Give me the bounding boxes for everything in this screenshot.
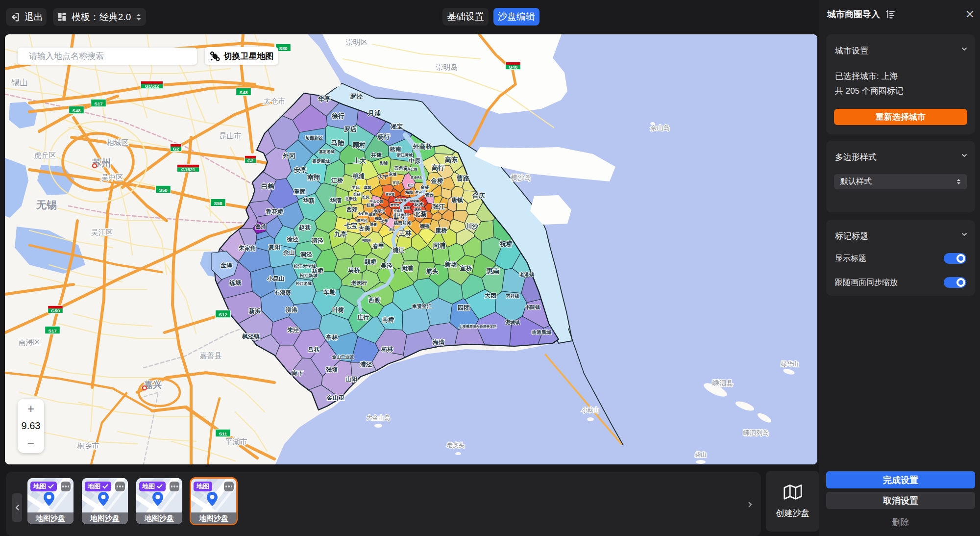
svg-text:S58: S58 bbox=[214, 201, 222, 206]
svg-text:泖港: 泖港 bbox=[285, 306, 298, 313]
svg-text:江桥: 江桥 bbox=[331, 177, 343, 184]
svg-text:曹路: 曹路 bbox=[456, 175, 470, 182]
svg-text:赵巷: 赵巷 bbox=[298, 224, 311, 231]
svg-text:中原: 中原 bbox=[409, 157, 420, 164]
svg-text:万祥镇: 万祥镇 bbox=[506, 294, 519, 299]
svg-text:田林: 田林 bbox=[369, 212, 376, 217]
svg-text:新江湾城: 新江湾城 bbox=[396, 153, 413, 157]
svg-text:新浜: 新浜 bbox=[248, 307, 261, 314]
svg-text:虹桥: 虹桥 bbox=[366, 203, 375, 207]
svg-text:塘桥: 塘桥 bbox=[414, 208, 421, 212]
svg-text:书院镇: 书院镇 bbox=[525, 305, 540, 310]
svg-text:上大: 上大 bbox=[353, 157, 367, 164]
svg-text:黄浦码头: 黄浦码头 bbox=[411, 176, 422, 179]
svg-text:航头: 航头 bbox=[426, 268, 438, 275]
svg-text:小昆山: 小昆山 bbox=[267, 275, 285, 282]
svg-text:G1521: G1521 bbox=[181, 167, 196, 172]
svg-text:廊下: 廊下 bbox=[291, 370, 303, 377]
svg-text:浦江: 浦江 bbox=[392, 247, 404, 254]
svg-text:朱泾: 朱泾 bbox=[287, 327, 299, 333]
svg-text:桐乡市: 桐乡市 bbox=[77, 441, 99, 450]
svg-text:盈浦: 盈浦 bbox=[255, 224, 266, 230]
svg-text:S58: S58 bbox=[159, 187, 168, 193]
svg-text:小戢山: 小戢山 bbox=[582, 407, 599, 413]
svg-text:金山卫: 金山卫 bbox=[326, 394, 344, 401]
svg-text:亭林: 亭林 bbox=[325, 334, 338, 341]
svg-text:丰庄: 丰庄 bbox=[351, 185, 360, 190]
svg-text:南翔: 南翔 bbox=[307, 174, 320, 181]
svg-text:桃浦: 桃浦 bbox=[352, 173, 365, 179]
svg-text:松江老城: 松江老城 bbox=[295, 281, 312, 286]
svg-text:梅陇: 梅陇 bbox=[374, 217, 382, 221]
svg-text:相城区: 相城区 bbox=[107, 138, 129, 147]
svg-text:老闵行: 老闵行 bbox=[351, 280, 368, 286]
svg-text:曹家渡: 曹家渡 bbox=[385, 192, 395, 196]
svg-text:崇明岛: 崇明岛 bbox=[436, 63, 458, 71]
svg-text:合庆: 合庆 bbox=[472, 192, 485, 199]
svg-text:临港新城: 临港新城 bbox=[532, 330, 552, 335]
svg-text:宣桥: 宣桥 bbox=[460, 265, 472, 272]
svg-text:叶榭: 叶榭 bbox=[332, 306, 344, 313]
svg-text:嘉定老城: 嘉定老城 bbox=[319, 149, 335, 154]
svg-text:华漕: 华漕 bbox=[329, 197, 342, 204]
svg-text:虹口: 虹口 bbox=[407, 183, 414, 187]
svg-text:梅陇南: 梅陇南 bbox=[362, 238, 371, 242]
svg-text:洋泾: 洋泾 bbox=[414, 190, 423, 195]
svg-text:外冈: 外冈 bbox=[282, 152, 295, 159]
svg-text:三林: 三林 bbox=[399, 230, 412, 237]
svg-text:川沙: 川沙 bbox=[465, 223, 479, 230]
svg-text:张江: 张江 bbox=[432, 203, 445, 210]
svg-text:大金山岛: 大金山岛 bbox=[367, 414, 390, 421]
svg-text:共康: 共康 bbox=[370, 152, 382, 158]
svg-text:金桥: 金桥 bbox=[430, 177, 444, 184]
svg-text:横沙岛: 横沙岛 bbox=[511, 174, 531, 181]
svg-text:康健: 康健 bbox=[369, 222, 377, 227]
svg-text:罗店: 罗店 bbox=[344, 126, 357, 133]
svg-text:顾村: 顾村 bbox=[352, 141, 366, 149]
svg-text:柴山: 柴山 bbox=[695, 451, 707, 458]
svg-text:大宁: 大宁 bbox=[378, 174, 388, 179]
svg-text:G1522: G1522 bbox=[145, 83, 159, 89]
svg-text:康桥: 康桥 bbox=[435, 227, 447, 234]
svg-text:华新: 华新 bbox=[302, 197, 315, 204]
svg-text:S12: S12 bbox=[219, 312, 227, 317]
svg-text:张堰: 张堰 bbox=[325, 366, 338, 373]
svg-text:吴中区: 吴中区 bbox=[101, 173, 123, 181]
svg-text:S48: S48 bbox=[240, 90, 248, 95]
svg-text:嵊泗列岛: 嵊泗列岛 bbox=[743, 429, 769, 436]
svg-text:佘山: 佘山 bbox=[283, 249, 295, 256]
svg-text:锡山: 锡山 bbox=[11, 78, 28, 87]
svg-text:马桥: 马桥 bbox=[348, 267, 360, 274]
svg-text:夏阳: 夏阳 bbox=[268, 244, 280, 251]
svg-text:吴泾: 吴泾 bbox=[380, 262, 392, 269]
svg-text:祝桥: 祝桥 bbox=[499, 240, 513, 248]
svg-text:高行: 高行 bbox=[432, 164, 444, 171]
svg-text:南浔区: 南浔区 bbox=[19, 338, 41, 346]
svg-text:月浦: 月浦 bbox=[368, 109, 381, 117]
svg-text:彭浦: 彭浦 bbox=[379, 161, 388, 165]
svg-text:淞宝: 淞宝 bbox=[391, 123, 403, 130]
svg-text:松江大学城: 松江大学城 bbox=[294, 264, 316, 269]
svg-text:长征: 长征 bbox=[353, 192, 361, 197]
svg-text:徐泾: 徐泾 bbox=[286, 236, 298, 243]
svg-text:大团: 大团 bbox=[485, 292, 496, 299]
svg-text:唐镇: 唐镇 bbox=[451, 197, 463, 204]
svg-text:香花桥: 香花桥 bbox=[265, 208, 284, 215]
svg-text:崇明区: 崇明区 bbox=[346, 38, 368, 46]
svg-text:吕巷: 吕巷 bbox=[308, 346, 319, 353]
svg-text:老港镇: 老港镇 bbox=[519, 272, 535, 277]
svg-text:白鹤: 白鹤 bbox=[261, 182, 274, 190]
svg-text:长风: 长风 bbox=[362, 195, 369, 200]
svg-text:北蔡: 北蔡 bbox=[414, 210, 427, 218]
svg-text:老虎头: 老虎头 bbox=[447, 442, 465, 449]
svg-text:惠南: 惠南 bbox=[486, 267, 499, 275]
svg-text:安亭: 安亭 bbox=[294, 166, 307, 174]
svg-text:凌兆: 凌兆 bbox=[389, 228, 395, 231]
svg-text:四团: 四团 bbox=[457, 304, 470, 311]
svg-text:柘林: 柘林 bbox=[381, 346, 393, 353]
svg-text:车墩: 车墩 bbox=[323, 289, 335, 296]
svg-text:S11: S11 bbox=[219, 431, 227, 436]
svg-text:昆山市: 昆山市 bbox=[220, 131, 242, 140]
svg-text:徐行: 徐行 bbox=[331, 112, 344, 120]
svg-text:S48: S48 bbox=[73, 108, 81, 113]
